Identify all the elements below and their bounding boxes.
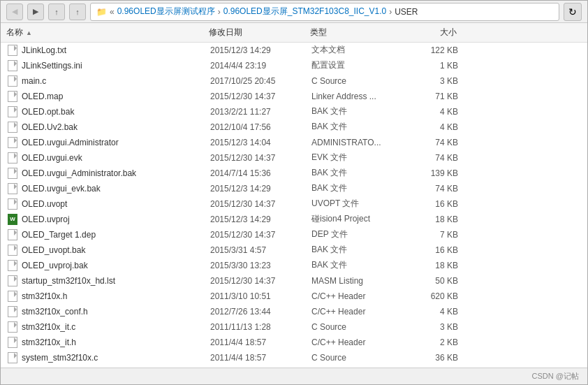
file-icon [6,91,19,102]
table-row[interactable]: OLED.uvgui.evk 2015/12/30 14:37 EVK 文件 7… [1,150,587,166]
table-row[interactable]: main.c 2017/10/25 20:45 C Source 3 KB [1,73,587,89]
file-size: 2 KB [402,337,458,347]
file-name: stm32f10x_it.h [22,337,210,347]
file-size: 16 KB [402,245,458,255]
file-size: 3 KB [402,322,458,332]
table-row[interactable]: stm32f10x_it.h 2011/4/4 18:57 C/C++ Head… [1,335,587,350]
file-date: 2015/12/3 14:29 [210,184,311,194]
file-type: UVOPT 文件 [311,198,402,210]
file-type: BAK 文件 [311,167,402,179]
table-row[interactable]: OLED.uvgui.Administrator 2015/12/3 14:04… [1,135,587,150]
file-type: C Source [311,76,402,86]
table-row[interactable]: OLED_uvproj.bak 2015/3/30 13:23 BAK 文件 1… [1,258,587,273]
col-type-header[interactable]: 类型 [310,27,401,38]
table-row[interactable]: stm32f10x.h 2011/3/10 10:51 C/C++ Header… [1,289,587,304]
table-row[interactable]: system_stm32f10x.c 2011/4/4 18:57 C Sour… [1,350,587,365]
explorer-window: ◀ ▶ ↑ ↑ 📁 « 0.96OLED显示屏测试程序 › 0.96OLED显示… [0,0,588,385]
file-date: 2015/12/3 14:29 [210,45,311,55]
file-name: OLED.uvgui.Administrator [22,138,210,147]
file-icon [6,137,19,148]
col-name-header[interactable]: 名称 ▲ [6,27,209,38]
file-type: C Source [311,322,402,332]
file-name: main.c [22,76,210,86]
file-date: 2015/3/31 4:57 [210,245,311,255]
file-icon [6,183,19,194]
table-row[interactable]: OLED.uvgui_evk.bak 2015/12/3 14:29 BAK 文… [1,181,587,196]
file-icon [6,168,19,179]
file-list: JLinkLog.txt 2015/12/3 14:29 文本文档 122 KB… [1,43,587,368]
file-size: 50 KB [402,276,458,286]
file-size: 4 KB [402,107,458,117]
file-size: 139 KB [402,168,458,178]
file-icon [6,291,19,302]
file-icon [6,245,19,256]
file-name: OLED_uvopt.bak [22,245,210,255]
file-date: 2015/3/30 13:23 [210,261,311,270]
table-row[interactable]: OLED_uvopt.bak 2015/3/31 4:57 BAK 文件 16 … [1,242,587,258]
table-row[interactable]: JLinkLog.txt 2015/12/3 14:29 文本文档 122 KB [1,43,587,58]
file-date: 2015/12/30 14:37 [210,199,311,209]
file-icon [6,60,19,71]
file-size: 1 KB [402,61,458,71]
file-name: startup_stm32f10x_hd.lst [22,276,210,286]
file-type: ADMINISTRATO... [311,138,402,147]
file-date: 2015/12/30 14:37 [210,92,311,101]
file-type: DEP 文件 [311,228,402,240]
folder-icon: 📁 [96,7,107,17]
table-row[interactable]: OLED.map 2015/12/30 14:37 Linker Address… [1,89,587,104]
file-type: EVK 文件 [311,152,402,164]
file-size: 71 KB [402,92,458,101]
breadcrumb-item-1[interactable]: 0.96OLED显示屏测试程序 [117,6,215,17]
watermark: CSDN @记帖 [532,371,579,382]
file-size: 74 KB [402,153,458,163]
breadcrumb: 📁 « 0.96OLED显示屏测试程序 › 0.96OLED显示屏_STM32F… [90,3,559,21]
file-type: BAK 文件 [311,244,402,256]
table-row[interactable]: OLED.uvgui_Administrator.bak 2014/7/14 1… [1,166,587,181]
up-button[interactable]: ↑ [48,3,65,20]
file-icon [6,122,19,133]
file-date: 2017/10/25 20:45 [210,76,311,86]
table-row[interactable]: stm32f10x_conf.h 2012/7/26 13:44 C/C++ H… [1,304,587,319]
statusbar: CSDN @记帖 [1,368,587,384]
file-type: C Source [311,353,402,363]
forward-button[interactable]: ▶ [27,3,44,20]
file-size: 18 KB [402,215,458,224]
file-type: BAK 文件 [311,121,402,133]
table-row[interactable]: startup_stm32f10x_hd.lst 2015/12/30 14:3… [1,273,587,289]
file-type: BAK 文件 [311,259,402,271]
table-row[interactable]: W OLED.uvproj 2015/12/3 14:29 碰ision4 Pr… [1,212,587,227]
file-icon [6,260,19,271]
file-size: 36 KB [402,353,458,363]
refresh-button[interactable]: ↻ [564,3,582,21]
file-icon [6,229,19,240]
file-icon [6,368,19,368]
col-date-header[interactable]: 修改日期 [209,27,310,38]
breadcrumb-item-2[interactable]: 0.96OLED显示屏_STM32F103C8_IIC_V1.0 [223,6,386,17]
up2-button[interactable]: ↑ [69,3,86,20]
file-icon [6,152,19,164]
file-size: 3 KB [402,76,458,86]
back-button[interactable]: ◀ [6,3,23,20]
file-size: 122 KB [402,45,458,55]
file-name: stm32f10x.h [22,291,210,301]
file-name: OLED.uvopt [22,199,210,209]
file-name: OLED.uvgui.evk [22,153,210,163]
file-size: 74 KB [402,184,458,194]
table-row[interactable]: OLED.uvopt 2015/12/30 14:37 UVOPT 文件 16 … [1,196,587,212]
file-icon [6,275,19,286]
file-date: 2013/2/21 11:27 [210,107,311,117]
file-icon [6,75,19,87]
table-row[interactable]: stm32f10x_it.c 2011/11/13 1:28 C Source … [1,319,587,335]
file-date: 2011/3/10 10:51 [210,291,311,301]
file-name: JLinkLog.txt [22,45,210,55]
file-date: 2012/7/26 13:44 [210,307,311,317]
col-size-header[interactable]: 大小 [401,27,457,38]
file-date: 2012/10/4 17:56 [210,122,311,132]
table-row[interactable]: OLED.opt.bak 2013/2/21 11:27 BAK 文件 4 KB [1,104,587,119]
breadcrumb-item-3[interactable]: USER [395,7,418,17]
table-row[interactable]: OLED.Uv2.bak 2012/10/4 17:56 BAK 文件 4 KB [1,119,587,135]
table-row[interactable]: JLinkSettings.ini 2014/4/4 23:19 配置设置 1 … [1,58,587,73]
file-date: 2014/4/4 23:19 [210,61,311,71]
table-row[interactable]: OLED_Target 1.dep 2015/12/30 14:37 DEP 文… [1,227,587,242]
file-icon [6,106,19,117]
